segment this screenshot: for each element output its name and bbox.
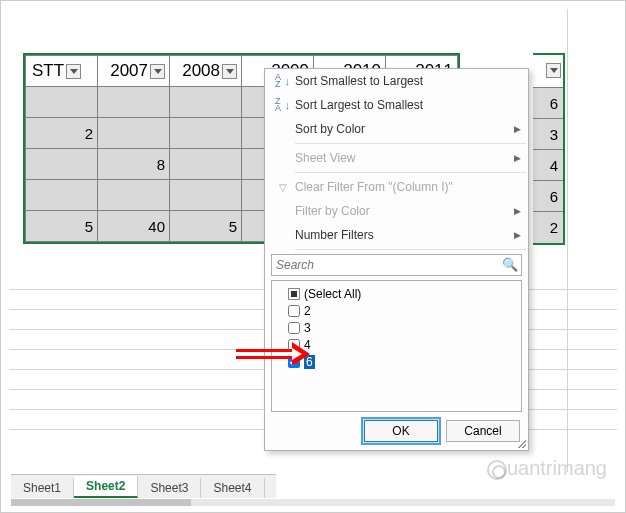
check-option[interactable]: 6 (278, 353, 515, 370)
sort-desc-item[interactable]: ZA↓ Sort Largest to Smallest (265, 93, 528, 117)
filter-dropdown-icon[interactable] (150, 64, 165, 79)
cell[interactable]: 40 (98, 211, 170, 242)
clear-filter-icon: ▽ (271, 182, 295, 193)
sheet-view-item: Sheet View ▶ (265, 146, 528, 170)
sort-asc-icon: AZ↓ (271, 74, 295, 88)
filter-dropdown-icon[interactable] (222, 64, 237, 79)
header-label: 2007 (110, 61, 148, 80)
header-cell[interactable]: 2007 (98, 56, 170, 87)
scrollbar-horizontal[interactable] (11, 499, 615, 506)
chevron-right-icon: ▶ (514, 230, 528, 240)
filter-by-color-item: Filter by Color ▶ (265, 199, 528, 223)
partial-check-icon[interactable] (288, 288, 300, 300)
gridline (567, 9, 568, 472)
cell[interactable]: 5 (170, 211, 242, 242)
menu-label: Sort Smallest to Largest (295, 74, 528, 88)
search-icon: 🔍 (502, 257, 518, 272)
chevron-right-icon: ▶ (514, 153, 528, 163)
cell[interactable]: 6 (533, 181, 563, 212)
sheet-tabs: Sheet1 Sheet2 Sheet3 Sheet4 (11, 474, 276, 498)
checkbox[interactable] (288, 322, 300, 334)
menu-label: Filter by Color (295, 204, 514, 218)
button-row: OK Cancel (265, 416, 528, 450)
cell[interactable]: 8 (98, 149, 170, 180)
menu-label: Sort by Color (295, 122, 514, 136)
resize-grip-icon[interactable] (516, 438, 526, 448)
arrow-annotation (236, 342, 310, 366)
check-select-all[interactable]: (Select All) (278, 285, 515, 302)
chevron-right-icon: ▶ (514, 124, 528, 134)
sheet-tab-active[interactable]: Sheet2 (74, 476, 138, 498)
header-label: 2008 (182, 61, 220, 80)
menu-separator (295, 249, 526, 250)
header-cell[interactable]: 2008 (170, 56, 242, 87)
sheet-tab[interactable]: Sheet3 (138, 478, 201, 498)
cancel-button[interactable]: Cancel (446, 420, 520, 442)
header-cell[interactable]: STT (26, 56, 98, 87)
menu-label: Clear Filter From "(Column I)" (295, 180, 528, 194)
filter-dropdown-icon[interactable] (66, 64, 81, 79)
cell[interactable]: 5 (26, 211, 98, 242)
cell[interactable] (170, 180, 242, 211)
check-option[interactable]: 4 (278, 336, 515, 353)
cell[interactable]: 3 (533, 119, 563, 150)
ok-button[interactable]: OK (364, 420, 438, 442)
cell[interactable] (26, 180, 98, 211)
cell[interactable] (26, 87, 98, 118)
header-cell[interactable] (533, 55, 563, 88)
menu-label: Sort Largest to Smallest (295, 98, 528, 112)
sheet-tab[interactable]: Sheet4 (201, 478, 264, 498)
cell[interactable]: 6 (533, 88, 563, 119)
cell[interactable]: 2 (533, 212, 563, 243)
checkbox[interactable] (288, 305, 300, 317)
check-label: 3 (304, 321, 311, 335)
cell[interactable] (98, 180, 170, 211)
scrollbar-thumb[interactable] (11, 499, 191, 506)
clear-filter-item: ▽ Clear Filter From "(Column I)" (265, 175, 528, 199)
search-row: 🔍 (271, 254, 522, 276)
filter-menu: AZ↓ Sort Smallest to Largest ZA↓ Sort La… (264, 68, 529, 451)
sort-asc-item[interactable]: AZ↓ Sort Smallest to Largest (265, 69, 528, 93)
check-option[interactable]: 2 (278, 302, 515, 319)
chevron-right-icon: ▶ (514, 206, 528, 216)
cell[interactable] (26, 149, 98, 180)
cell[interactable] (98, 118, 170, 149)
filter-dropdown-icon[interactable] (546, 63, 561, 78)
sheet-tab[interactable]: Sheet1 (11, 478, 74, 498)
menu-separator (295, 143, 526, 144)
header-label: STT (32, 61, 64, 80)
cell[interactable] (170, 149, 242, 180)
cell[interactable]: 4 (533, 150, 563, 181)
cell[interactable] (98, 87, 170, 118)
check-label: 2 (304, 304, 311, 318)
check-option[interactable]: 3 (278, 319, 515, 336)
sort-by-color-item[interactable]: Sort by Color ▶ (265, 117, 528, 141)
menu-separator (295, 172, 526, 173)
last-column: 6 3 4 6 2 (533, 53, 565, 245)
menu-label: Sheet View (295, 151, 514, 165)
search-input[interactable] (271, 254, 522, 276)
check-label: (Select All) (304, 287, 361, 301)
cell[interactable]: 2 (26, 118, 98, 149)
cell[interactable] (170, 87, 242, 118)
sort-desc-icon: ZA↓ (271, 98, 295, 112)
menu-label: Number Filters (295, 228, 514, 242)
number-filters-item[interactable]: Number Filters ▶ (265, 223, 528, 247)
cell[interactable] (170, 118, 242, 149)
